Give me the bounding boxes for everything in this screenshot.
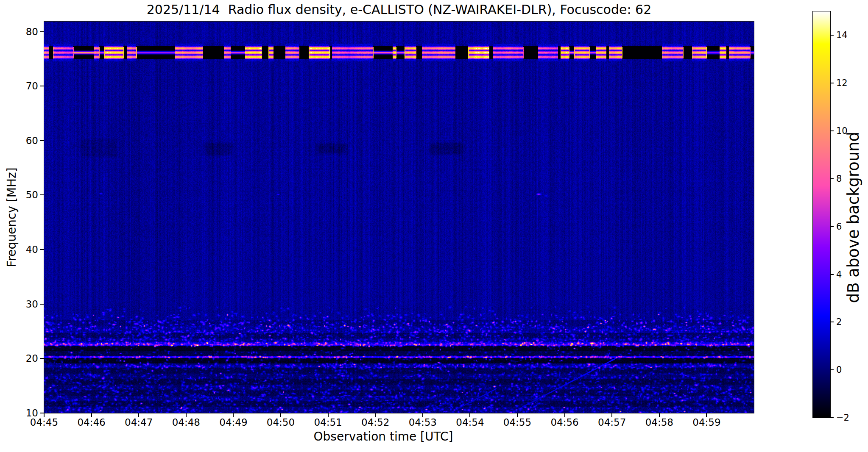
spectrogram-canvas bbox=[44, 22, 754, 413]
chart-title: 2025/11/14 Radio flux density, e-CALLIST… bbox=[44, 2, 754, 17]
y-tick-label: 10 bbox=[26, 408, 38, 419]
x-tick-label: 04:47 bbox=[125, 417, 153, 428]
y-tick-label: 20 bbox=[26, 353, 38, 364]
colorbar-tick-mark bbox=[831, 35, 834, 36]
x-tick-label: 04:50 bbox=[267, 417, 295, 428]
y-tick-mark bbox=[40, 304, 44, 305]
colorbar bbox=[812, 11, 831, 418]
x-tick-label: 04:58 bbox=[645, 417, 673, 428]
x-tick-label: 04:52 bbox=[361, 417, 389, 428]
y-axis-label: Frequency [MHz] bbox=[5, 167, 19, 267]
x-tick-mark bbox=[280, 413, 281, 417]
x-axis-label: Observation time [UTC] bbox=[44, 430, 723, 444]
x-tick-mark bbox=[186, 413, 187, 417]
y-tick-label: 80 bbox=[26, 26, 38, 37]
colorbar-tick-mark bbox=[831, 274, 834, 275]
colorbar-tick-mark bbox=[831, 369, 834, 370]
y-tick-mark bbox=[40, 249, 44, 250]
y-tick-label: 70 bbox=[26, 80, 38, 92]
x-tick-mark bbox=[233, 413, 234, 417]
y-tick-mark bbox=[40, 194, 44, 195]
colorbar-tick-label: 0 bbox=[836, 365, 842, 375]
x-tick-label: 04:54 bbox=[456, 417, 484, 428]
y-tick-label: 40 bbox=[26, 244, 38, 255]
x-tick-mark bbox=[611, 413, 612, 417]
x-tick-label: 04:55 bbox=[503, 417, 531, 428]
colorbar-tick-mark bbox=[831, 83, 834, 83]
figure: 2025/11/14 Radio flux density, e-CALLIST… bbox=[0, 0, 868, 452]
x-tick-label: 04:59 bbox=[692, 417, 720, 428]
x-tick-mark bbox=[564, 413, 565, 417]
y-tick-label: 30 bbox=[26, 299, 38, 310]
y-tick-mark bbox=[40, 31, 44, 32]
colorbar-tick-label: 12 bbox=[836, 78, 848, 88]
y-tick-label: 60 bbox=[26, 135, 38, 146]
colorbar-tick-mark bbox=[831, 417, 834, 418]
colorbar-tick-label: 8 bbox=[836, 174, 842, 184]
x-tick-label: 04:48 bbox=[172, 417, 200, 428]
x-tick-mark bbox=[91, 413, 92, 417]
y-tick-mark bbox=[40, 140, 44, 141]
colorbar-tick-label: 6 bbox=[836, 222, 842, 232]
y-tick-label: 50 bbox=[26, 189, 38, 200]
x-tick-mark bbox=[469, 413, 470, 417]
x-tick-mark bbox=[659, 413, 660, 417]
x-tick-label: 04:56 bbox=[550, 417, 578, 428]
x-tick-mark bbox=[706, 413, 707, 417]
x-tick-mark bbox=[422, 413, 423, 417]
y-tick-mark bbox=[40, 86, 44, 86]
x-tick-mark bbox=[44, 413, 45, 417]
colorbar-tick-label: 4 bbox=[836, 269, 842, 280]
colorbar-tick-label: −2 bbox=[836, 413, 849, 423]
x-tick-label: 04:49 bbox=[219, 417, 247, 428]
x-tick-label: 04:46 bbox=[77, 417, 105, 428]
colorbar-tick-label: 2 bbox=[836, 317, 842, 327]
x-tick-label: 04:57 bbox=[598, 417, 626, 428]
colorbar-label: dB above background bbox=[844, 132, 862, 303]
x-tick-mark bbox=[517, 413, 518, 417]
colorbar-gradient bbox=[813, 11, 830, 418]
y-tick-mark bbox=[40, 358, 44, 359]
colorbar-tick-label: 10 bbox=[836, 126, 848, 136]
colorbar-tick-label: 14 bbox=[836, 30, 848, 40]
x-tick-label: 04:53 bbox=[409, 417, 437, 428]
y-tick-mark bbox=[40, 413, 44, 413]
colorbar-tick-mark bbox=[831, 178, 834, 179]
x-tick-mark bbox=[328, 413, 329, 417]
colorbar-tick-mark bbox=[831, 226, 834, 227]
colorbar-tick-mark bbox=[831, 322, 834, 322]
spectrogram-plot bbox=[44, 21, 754, 413]
x-tick-mark bbox=[138, 413, 139, 417]
x-tick-mark bbox=[375, 413, 376, 417]
x-tick-label: 04:51 bbox=[314, 417, 342, 428]
colorbar-tick-mark bbox=[831, 130, 834, 131]
